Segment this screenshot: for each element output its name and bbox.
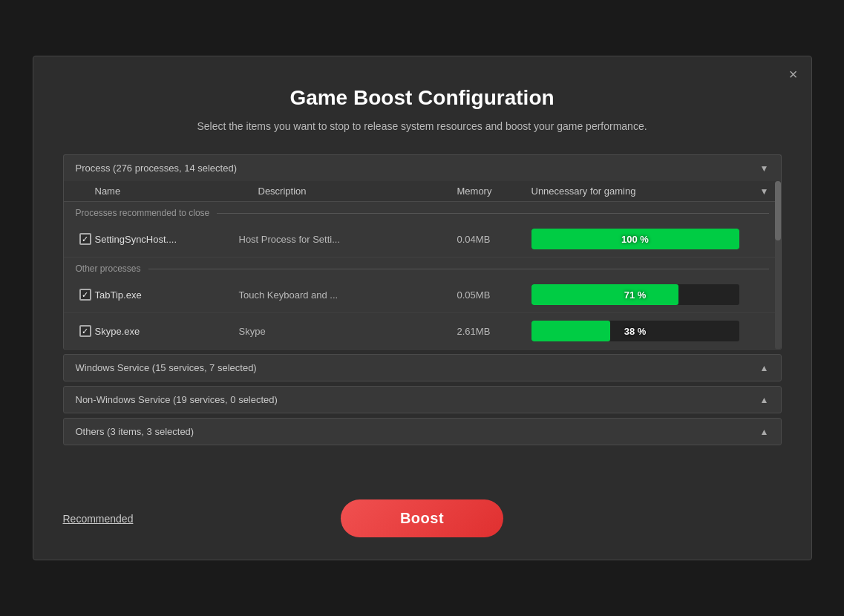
dialog-header: Game Boost Configuration Select the item… <box>33 56 811 147</box>
proc-desc-settingsynchost: Host Process for Setti... <box>239 234 457 245</box>
others-section-label: Others (3 items, 3 selected) <box>76 426 194 437</box>
scrollbar-track[interactable] <box>775 181 781 350</box>
col-name-header: Name <box>95 186 258 197</box>
proc-memory-tabtip: 0.05MB <box>457 289 531 301</box>
proc-name-settingsynchost: SettingSyncHost.... <box>95 234 239 245</box>
col-gaming-label: Unnecessary for gaming <box>531 186 756 197</box>
tabtip-checkbox[interactable] <box>79 289 91 301</box>
col-gaming-header: Unnecessary for gaming ▼ <box>531 186 769 197</box>
non-windows-service-label: Non-Windows Service (19 services, 0 sele… <box>76 394 278 405</box>
process-section-label: Process (276 processes, 14 selected) <box>76 163 238 174</box>
dialog-subtitle: Select the items you want to stop to rel… <box>63 120 782 132</box>
boost-button[interactable]: Boost <box>341 499 503 537</box>
process-section: Process (276 processes, 14 selected) ▼ N… <box>63 154 782 350</box>
others-section-header[interactable]: Others (3 items, 3 selected) ▲ <box>64 419 781 445</box>
proc-memory-settingsynchost: 0.04MB <box>457 234 531 245</box>
non-windows-service-header[interactable]: Non-Windows Service (19 services, 0 sele… <box>64 387 781 413</box>
proc-desc-tabtip: Touch Keyboard and ... <box>239 289 457 301</box>
non-windows-service-section: Non-Windows Service (19 services, 0 sele… <box>63 386 782 413</box>
bar-fill-tabtip <box>531 284 679 305</box>
close-button[interactable]: × <box>789 67 798 82</box>
dialog-title: Game Boost Configuration <box>63 86 782 110</box>
settingsynchost-checkbox[interactable] <box>79 233 91 245</box>
proc-desc-skype: Skype <box>239 326 457 337</box>
proc-memory-skype: 2.61MB <box>457 326 531 337</box>
bar-label-tabtip: 71 % <box>624 289 647 301</box>
table-row: Skype.exe Skype 2.61MB 38 % <box>64 313 781 350</box>
proc-bar-skype: 38 % <box>531 321 769 341</box>
proc-name-skype: Skype.exe <box>95 326 239 337</box>
col-desc-header: Description <box>258 186 457 197</box>
windows-service-section: Windows Service (15 services, 7 selected… <box>63 354 782 381</box>
scrollbar-thumb[interactable] <box>775 181 781 240</box>
windows-service-chevron: ▲ <box>760 363 769 373</box>
recommended-button[interactable]: Recommended <box>63 513 134 525</box>
process-section-header[interactable]: Process (276 processes, 14 selected) ▼ <box>64 155 781 181</box>
content-area: Process (276 processes, 14 selected) ▼ N… <box>33 147 811 485</box>
proc-name-tabtip: TabTip.exe <box>95 289 239 301</box>
table-row: TabTip.exe Touch Keyboard and ... 0.05MB… <box>64 277 781 313</box>
others-section: Others (3 items, 3 selected) ▲ <box>63 418 782 445</box>
col-gaming-chevron[interactable]: ▼ <box>760 186 769 197</box>
non-windows-service-chevron: ▲ <box>760 395 769 405</box>
windows-service-label: Windows Service (15 services, 7 selected… <box>76 362 257 373</box>
skype-checkbox[interactable] <box>79 325 91 337</box>
proc-bar-settingsynchost: 100 % <box>531 229 769 249</box>
col-memory-header: Memory <box>457 186 531 197</box>
process-table-wrapper: Name Description Memory Unnecessary for … <box>64 181 781 350</box>
group-other-label: Other processes <box>64 258 781 277</box>
dialog-footer: Recommended Boost <box>33 485 811 560</box>
windows-service-header[interactable]: Windows Service (15 services, 7 selected… <box>64 355 781 381</box>
bar-label-skype: 38 % <box>624 326 647 337</box>
proc-bar-tabtip: 71 % <box>531 284 769 305</box>
table-row: SettingSyncHost.... Host Process for Set… <box>64 221 781 258</box>
bar-fill-skype <box>531 321 610 341</box>
bar-label-settingsynchost: 100 % <box>621 234 649 245</box>
game-boost-dialog: × Game Boost Configuration Select the it… <box>33 56 812 560</box>
others-section-chevron: ▲ <box>760 427 769 437</box>
process-section-chevron: ▼ <box>760 163 769 174</box>
table-header-row: Name Description Memory Unnecessary for … <box>64 181 781 202</box>
group-recommended-label: Processes recommended to close <box>64 202 781 221</box>
